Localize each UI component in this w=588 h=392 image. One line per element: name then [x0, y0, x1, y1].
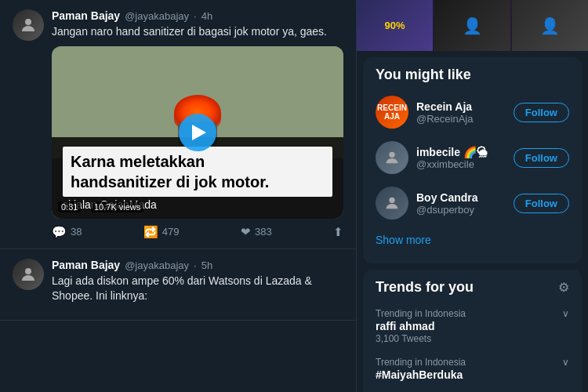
ad-slot-3[interactable]: 👤 — [512, 0, 588, 51]
chevron-down-icon-2: ∨ — [562, 357, 569, 368]
tweet-feed: Paman Bajay @jayakabajay · 4h Jangan nar… — [0, 0, 357, 392]
ad-banner: 90% 👤 👤 — [357, 0, 588, 51]
retweet-count: 479 — [162, 226, 180, 238]
suggested-user-2[interactable]: imbecile 🌈🌦 @xximbecile Follow — [363, 135, 582, 180]
trend-name-2: #MaiyahBerduka — [376, 368, 466, 381]
tweet-author-handle-2: @jayakabajay — [125, 260, 189, 271]
tweet-timestamp-2: 5h — [201, 260, 212, 271]
ad-slot-1[interactable]: 90% — [357, 0, 433, 51]
svg-point-0 — [25, 19, 31, 25]
trends-title: Trends for you — [376, 279, 474, 296]
tweet-text-2: Lagi ada diskon ampe 60% dari Watsons di… — [52, 274, 343, 304]
comment-action[interactable]: 💬 38 — [52, 225, 82, 239]
user-name-2: imbecile 🌈🌦 — [416, 146, 506, 158]
user-handle-2: @xximbecile — [416, 158, 506, 170]
right-sidebar: 90% 👤 👤 You might like RECEINAJA Recein … — [357, 0, 588, 392]
trend-item-2[interactable]: Trending in Indonesia #MaiyahBerduka ∨ — [363, 350, 582, 388]
tweet-author-handle: @jayakabajay — [125, 10, 189, 22]
ad-slot-2[interactable]: 👤 — [434, 0, 510, 51]
tweet-video[interactable]: Karna meletakkan handsanitizer di jok mo… — [52, 46, 343, 219]
user-info-3: Boy Candra @dsuperboy — [416, 191, 506, 216]
video-thumbnail: Karna meletakkan handsanitizer di jok mo… — [52, 46, 343, 219]
tweet-header: Paman Bajay @jayakabajay · 4h — [52, 9, 343, 22]
like-count: 383 — [255, 226, 272, 238]
tweet-item-2: Paman Bajay @jayakabajay · 5h Lagi ada d… — [0, 249, 356, 321]
show-more-link[interactable]: Show more — [363, 226, 582, 254]
trend-name-1: raffi ahmad — [376, 320, 466, 332]
user-avatar-2 — [376, 141, 408, 174]
you-might-like-section: You might like RECEINAJA Recein Aja @Rec… — [363, 57, 582, 263]
like-action[interactable]: ❤ 383 — [241, 225, 272, 239]
share-action[interactable]: ⬆ — [333, 225, 343, 239]
tweet-header-2: Paman Bajay @jayakabajay · 5h — [52, 259, 343, 271]
avatar — [13, 9, 44, 41]
user-info-2: imbecile 🌈🌦 @xximbecile — [416, 146, 506, 170]
trend-row-1: Trending in Indonesia raffi ahmad 3,100 … — [376, 308, 569, 344]
comment-count: 38 — [71, 226, 82, 238]
svg-point-3 — [389, 198, 394, 203]
trend-item-3[interactable]: Trending in Indonesia #ngemut 1,754 Twee… — [363, 388, 582, 392]
user-info-1: Recein Aja @ReceinAja — [416, 100, 506, 125]
trend-label-2: Trending in Indonesia — [376, 357, 466, 368]
user-avatar-3 — [376, 187, 408, 220]
follow-button-3[interactable]: Follow — [514, 194, 569, 213]
share-icon: ⬆ — [333, 225, 343, 239]
svg-point-1 — [25, 268, 31, 274]
overlay-main-line2: handsanitizer di jok motor. — [71, 173, 269, 191]
trend-info-1: Trending in Indonesia raffi ahmad 3,100 … — [376, 308, 466, 344]
chevron-down-icon-1: ∨ — [562, 308, 569, 319]
user-name-1: Recein Aja — [416, 100, 506, 113]
trend-info-2: Trending in Indonesia #MaiyahBerduka — [376, 357, 466, 382]
video-views: 10.7K views — [91, 201, 143, 212]
trend-count-1: 3,100 Tweets — [376, 333, 466, 344]
trend-row-2: Trending in Indonesia #MaiyahBerduka ∨ — [376, 357, 569, 382]
play-button[interactable] — [179, 114, 216, 151]
follow-button-2[interactable]: Follow — [514, 148, 569, 168]
tweet-author-name: Paman Bajay — [52, 9, 120, 22]
retweet-icon: 🔁 — [143, 225, 158, 239]
suggested-user-1[interactable]: RECEINAJA Recein Aja @ReceinAja Follow — [363, 89, 582, 135]
user-handle-3: @dsuperboy — [416, 204, 506, 216]
tweet-timestamp: 4h — [201, 10, 212, 22]
trend-label-1: Trending in Indonesia — [376, 308, 466, 319]
tweet-dot-2: · — [194, 260, 197, 271]
tweet-author-name-2: Paman Bajay — [52, 259, 120, 271]
trend-item-1[interactable]: Trending in Indonesia raffi ahmad 3,100 … — [363, 302, 582, 350]
svg-point-2 — [389, 152, 394, 158]
video-duration: 0:31 — [58, 201, 81, 212]
tweet-time: · — [194, 10, 197, 22]
user-handle-1: @ReceinAja — [416, 113, 506, 125]
like-icon: ❤ — [241, 225, 251, 239]
follow-button-1[interactable]: Follow — [514, 103, 569, 122]
retweet-action[interactable]: 🔁 479 — [143, 225, 180, 239]
tweet-text: Jangan naro hand sanitizer di bagasi jok… — [52, 24, 343, 40]
gear-icon[interactable]: ⚙ — [558, 280, 569, 295]
tweet-body-2: Paman Bajay @jayakabajay · 5h Lagi ada d… — [52, 259, 343, 310]
trends-header: Trends for you ⚙ — [363, 279, 582, 302]
play-icon — [192, 125, 206, 140]
user-name-3: Boy Candra — [416, 191, 506, 204]
you-might-like-title: You might like — [363, 67, 582, 89]
tweet-item: Paman Bajay @jayakabajay · 4h Jangan nar… — [0, 0, 356, 249]
overlay-main-line1: Karna meletakkan handsanitizer di jok mo… — [63, 147, 332, 197]
avatar-2 — [13, 259, 44, 290]
suggested-user-3[interactable]: Boy Candra @dsuperboy Follow — [363, 180, 582, 226]
tweet-body: Paman Bajay @jayakabajay · 4h Jangan nar… — [52, 9, 343, 239]
comment-icon: 💬 — [52, 225, 67, 239]
tweet-actions: 💬 38 🔁 479 ❤ 383 ⬆ — [52, 225, 343, 239]
user-avatar-1: RECEINAJA — [376, 96, 408, 129]
trends-section: Trends for you ⚙ Trending in Indonesia r… — [363, 270, 582, 392]
